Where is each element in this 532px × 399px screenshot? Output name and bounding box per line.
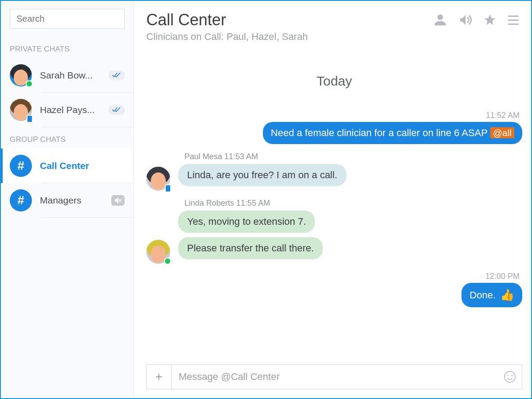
chat-name: Managers bbox=[40, 195, 108, 206]
chat-header: Call Center Clinicians on Call: Paul, Ha… bbox=[134, 1, 531, 47]
main-pane: Call Center Clinicians on Call: Paul, Ha… bbox=[134, 1, 531, 398]
chat-name: Hazel Pays... bbox=[40, 105, 105, 115]
message-bubble[interactable]: Linda, are you free? I am on a call. bbox=[178, 164, 346, 186]
group-chat-call-center[interactable]: # Call Center bbox=[1, 149, 133, 183]
timestamp: 12:00 PM bbox=[485, 272, 520, 281]
timestamp: 11:53 AM bbox=[224, 152, 258, 161]
private-chats-label: PRIVATE CHATS bbox=[10, 45, 125, 54]
room-title: Call Center bbox=[146, 11, 434, 29]
avatar bbox=[146, 167, 170, 191]
message-bubble[interactable]: Done. 👍 bbox=[462, 283, 522, 307]
speaker-icon[interactable] bbox=[458, 13, 472, 27]
avatar bbox=[146, 240, 170, 264]
emoji-button[interactable] bbox=[498, 365, 522, 389]
read-receipt-icon bbox=[109, 105, 125, 115]
presence-online-icon bbox=[164, 258, 171, 265]
timestamp: 11:52 AM bbox=[486, 111, 520, 120]
message-meta: Paul Mesa 11:53 AM bbox=[184, 152, 522, 161]
app-window: PRIVATE CHATS Sarah Bow... Hazel Pays... bbox=[0, 0, 532, 399]
timestamp: 11:55 AM bbox=[236, 199, 270, 207]
author: Paul Mesa bbox=[184, 152, 222, 161]
members-icon[interactable] bbox=[434, 13, 447, 27]
message-text: Need a female clinician for a caller on … bbox=[271, 127, 490, 138]
avatar bbox=[10, 99, 32, 121]
menu-icon[interactable] bbox=[508, 16, 519, 25]
message-bubble[interactable]: Yes, moving to extension 7. bbox=[178, 211, 315, 233]
attach-button[interactable]: + bbox=[147, 365, 172, 389]
read-receipt-icon bbox=[109, 70, 125, 80]
message-incoming-paul: Paul Mesa 11:53 AM Linda, are you free? … bbox=[146, 152, 522, 191]
presence-mobile-icon bbox=[165, 184, 171, 192]
presence-online-icon bbox=[26, 80, 33, 87]
composer: + Message @Call Center bbox=[146, 364, 522, 389]
star-icon[interactable] bbox=[483, 13, 497, 27]
search-input[interactable] bbox=[10, 9, 125, 29]
avatar bbox=[10, 64, 32, 86]
chat-name: Sarah Bow... bbox=[40, 70, 105, 81]
message-list[interactable]: Today 11:52 AM Need a female clinician f… bbox=[134, 47, 531, 360]
chat-name: Call Center bbox=[40, 160, 125, 171]
message-meta: Linda Roberts 11:55 AM bbox=[184, 199, 522, 208]
message-bubble[interactable]: Need a female clinician for a caller on … bbox=[263, 122, 522, 144]
mention-all: @all bbox=[490, 127, 514, 138]
group-chat-managers[interactable]: # Managers bbox=[1, 183, 133, 218]
room-subtitle: Clinicians on Call: Paul, Hazel, Sarah bbox=[146, 31, 434, 43]
svg-point-0 bbox=[505, 372, 515, 382]
hash-icon: # bbox=[10, 155, 32, 177]
message-bubble[interactable]: Please transfer the call there. bbox=[178, 237, 323, 259]
author: Linda Roberts bbox=[184, 199, 234, 207]
message-outgoing: 12:00 PM Done. 👍 bbox=[146, 272, 522, 307]
message-incoming-linda: Linda Roberts 11:55 AM Yes, moving to ex… bbox=[146, 199, 522, 264]
thumbs-up-icon: 👍 bbox=[500, 288, 514, 302]
muted-icon bbox=[111, 195, 125, 206]
svg-point-2 bbox=[511, 375, 512, 376]
message-input[interactable]: Message @Call Center bbox=[172, 365, 498, 389]
sidebar: PRIVATE CHATS Sarah Bow... Hazel Pays... bbox=[1, 1, 134, 398]
message-outgoing: 11:52 AM Need a female clinician for a c… bbox=[146, 111, 522, 144]
group-chats-label: GROUP CHATS bbox=[10, 135, 125, 144]
presence-mobile-icon bbox=[27, 115, 33, 123]
private-chat-sarah[interactable]: Sarah Bow... bbox=[1, 58, 133, 93]
private-chat-hazel[interactable]: Hazel Pays... bbox=[1, 93, 133, 127]
svg-point-1 bbox=[507, 375, 509, 376]
hash-icon: # bbox=[10, 189, 32, 211]
day-separator: Today bbox=[146, 74, 522, 89]
message-text: Done. bbox=[469, 289, 496, 301]
